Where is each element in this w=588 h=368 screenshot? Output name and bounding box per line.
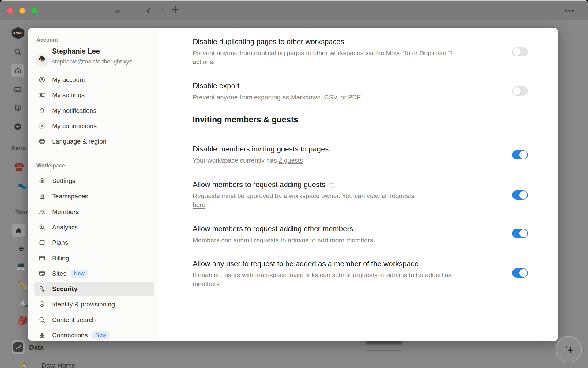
account-section-label: Account (36, 37, 58, 43)
map-icon (38, 239, 46, 246)
sidebar-item-label: Security (52, 285, 77, 293)
gear-icon[interactable] (13, 104, 22, 112)
setting-description: If enabled, users with teamspace invite … (193, 270, 456, 288)
sidebar-item-content-search[interactable]: Content search (34, 313, 154, 327)
sidebar-item-identity-provisioning[interactable]: Identity & provisioning (34, 297, 154, 311)
setting-title: Disable members inviting guests to pages (193, 144, 543, 154)
more-options-icon[interactable]: ••• (565, 7, 575, 14)
sneaker-emoji[interactable]: 👟 (18, 181, 28, 189)
sidebar-item-sites[interactable]: SitesNew (34, 266, 154, 281)
setting-title: Disable duplicating pages to other works… (193, 37, 543, 47)
building-icon (38, 193, 46, 200)
favorites-section-label: Favo (12, 145, 26, 152)
data-home-item[interactable]: Data Home (41, 362, 75, 368)
search-icon (38, 316, 46, 324)
sidebar-item-plans[interactable]: Plans (34, 236, 154, 250)
close-window-button[interactable] (7, 8, 13, 14)
data-chart-icon[interactable] (13, 342, 23, 352)
sidebar-item-label: Language & region (52, 138, 107, 145)
sidebar-item-label: Connections (52, 332, 88, 339)
pencil-emoji[interactable]: ✏️ (18, 281, 28, 289)
setting-description: Members can submit requests to admins to… (193, 236, 456, 244)
backpack-emoji[interactable]: 🎒 (18, 316, 28, 324)
sidebar-item-my-account[interactable]: My account (34, 73, 154, 87)
arrow-up-right-square-icon (38, 122, 46, 130)
sidebar-item-label: Billing (52, 255, 69, 262)
avatar[interactable] (36, 53, 48, 66)
toggle-on[interactable] (512, 190, 528, 200)
setting-row: Allow any user to request to be added as… (193, 259, 543, 288)
toggle-knob (519, 269, 527, 277)
sidebar-item-my-settings[interactable]: My settings (34, 88, 154, 102)
sidebar-item-label: My notifications (52, 107, 96, 114)
toggle-on[interactable] (512, 150, 528, 159)
sidebar-item-my-notifications[interactable]: My notifications (34, 104, 154, 118)
sidebar-item-label: My account (52, 76, 85, 83)
shield-check-icon (38, 301, 46, 308)
setting-row: Allow members to request adding guests?R… (193, 180, 543, 209)
help-icon[interactable]: ? (329, 182, 335, 188)
sidebar-item-teamspaces[interactable]: Teamspaces (34, 189, 154, 203)
setting-description: Requests must be approved by a workspace… (193, 191, 456, 209)
toggle-on[interactable] (512, 268, 528, 278)
data-home-emoji[interactable]: 🏡 (19, 361, 29, 368)
credit-card-icon (38, 255, 46, 262)
home-icon[interactable] (13, 66, 22, 75)
sidebar-item-language-region[interactable]: Language & region (34, 134, 154, 148)
sidebar-item-analytics[interactable]: Analytics (34, 220, 154, 234)
back-icon[interactable]: ‹ (146, 4, 150, 16)
zoom-window-button[interactable] (32, 8, 38, 14)
bell-icon (38, 107, 46, 114)
sidebar-item-security[interactable]: Security (34, 282, 154, 296)
setting-title: Allow members to request adding guests? (193, 180, 543, 190)
workspace-logo[interactable]: ACME (11, 27, 25, 39)
toggle-knob (513, 87, 521, 95)
ai-sparkle-button[interactable] (556, 336, 582, 362)
sidebar-item-my-connections[interactable]: My connections (34, 119, 154, 133)
guests-link[interactable]: 2 guests (279, 157, 303, 164)
sidebar-item-label: Sites (52, 270, 66, 277)
grid-icon (38, 332, 46, 339)
toggle-on[interactable] (512, 229, 528, 238)
key-icon (38, 285, 46, 293)
new-tab-icon[interactable]: + (172, 3, 179, 16)
toggle-off[interactable] (512, 47, 528, 56)
dimmed-content-divider (366, 350, 401, 351)
sidebar-item-label: Analytics (52, 224, 78, 231)
sidebar-item-label: Identity & provisioning (52, 301, 115, 308)
toggle-off[interactable] (512, 86, 528, 96)
mountain-emoji[interactable]: 🏔️ (18, 299, 28, 307)
toggle-knob (519, 191, 527, 199)
forward-icon[interactable]: › (160, 4, 164, 16)
sliders-icon (38, 91, 46, 99)
red-telephone-emoji[interactable]: ☎️ (14, 163, 24, 171)
plus-circle-icon[interactable] (13, 122, 22, 131)
data-section-label[interactable]: Data (29, 343, 44, 351)
sidebar-item-label: Settings (52, 177, 75, 185)
inbox-icon (13, 85, 22, 94)
sidebar-item-settings[interactable]: Settings (34, 174, 154, 188)
inbox-icon[interactable] (13, 85, 22, 94)
sidebar-item-connections[interactable]: ConnectionsNew (34, 328, 154, 341)
search-icon (13, 48, 22, 56)
sidebar-item-members[interactable]: Members (34, 205, 154, 219)
sidebar-item-billing[interactable]: Billing (34, 251, 154, 265)
toggle-knob (519, 229, 527, 237)
setting-description: Your workspace currently has 2 guests (193, 156, 456, 165)
coffee-emoji[interactable]: ☕ (18, 244, 25, 252)
setting-row: Disable members inviting guests to pages… (193, 144, 543, 165)
minimize-window-button[interactable] (19, 8, 25, 14)
people-icon (38, 208, 46, 216)
requests-link[interactable]: here (193, 201, 205, 208)
sidebar-collapse-icon[interactable]: « (115, 5, 121, 16)
app-window: « ‹ › + ••• ACMEFavo☎️👟Tean☕💻✏️🏔️🎒Data🏡D… (0, 0, 588, 368)
plus-circle-icon (13, 122, 22, 131)
new-badge: New (92, 331, 109, 339)
house-filled-icon[interactable] (15, 227, 22, 234)
search-icon[interactable] (13, 48, 22, 56)
laptop-emoji[interactable]: 💻 (16, 262, 26, 270)
search-plus-icon (38, 224, 46, 231)
screen: « ‹ › + ••• ACMEFavo☎️👟Tean☕💻✏️🏔️🎒Data🏡D… (0, 0, 588, 368)
section-heading: Inviting members & guests (193, 115, 298, 125)
house-filled-icon (15, 227, 22, 234)
